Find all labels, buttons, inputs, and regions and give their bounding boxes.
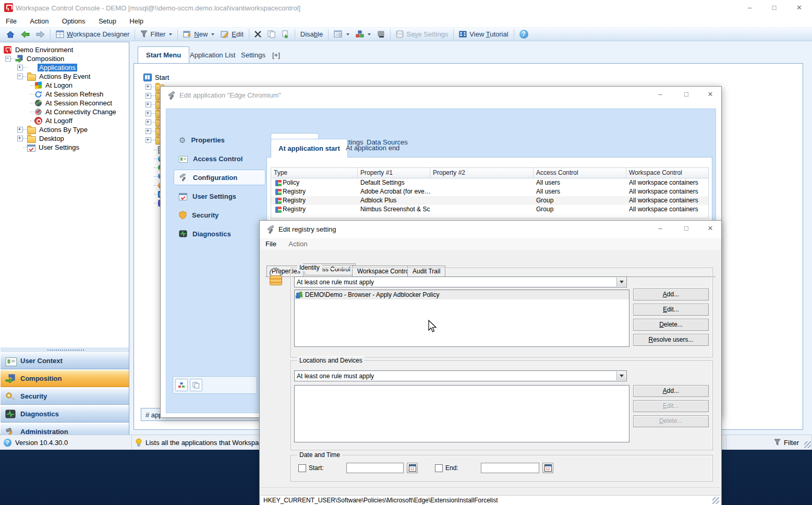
tree-item-start-root[interactable]: Start bbox=[143, 73, 171, 82]
expand-expander-icon[interactable] bbox=[17, 127, 23, 133]
nav-button-user-context[interactable]: User Context bbox=[1, 352, 129, 369]
tree-item-desktop[interactable]: Desktop bbox=[17, 134, 66, 143]
tree-item-at-connectivity-change[interactable]: At Connectivity Change bbox=[30, 107, 118, 116]
expand-expander-icon[interactable] bbox=[17, 136, 23, 141]
nav-button-composition[interactable]: Composition bbox=[1, 370, 129, 387]
tab-add-new[interactable]: [+] bbox=[264, 47, 288, 63]
collapse-expander-icon[interactable] bbox=[17, 74, 23, 79]
expand-expander-icon[interactable] bbox=[17, 65, 23, 70]
actions-table[interactable]: Type Property #1 Property #2 Access Cont… bbox=[271, 167, 709, 219]
workspace-designer-button[interactable]: Workspace Designer bbox=[53, 29, 132, 39]
end-date-field[interactable] bbox=[481, 463, 539, 473]
app-sidebar-diagnostics[interactable]: Diagnostics bbox=[174, 226, 265, 242]
minimize-button[interactable]: – bbox=[738, 0, 761, 15]
tree-item-demo-environment[interactable]: Demo Environment bbox=[3, 45, 75, 54]
tree-item-composition[interactable]: Composition bbox=[5, 54, 66, 63]
chevron-down-icon[interactable] bbox=[616, 371, 626, 380]
menu-item-options[interactable]: Options bbox=[56, 16, 91, 27]
end-date-picker-button[interactable] bbox=[542, 463, 553, 473]
maximize-button[interactable]: □ bbox=[677, 87, 696, 102]
menu-item-action[interactable]: Action bbox=[24, 16, 54, 27]
table-row[interactable]: Registry Nimbus Screenshot & Sc… Group A… bbox=[271, 205, 708, 214]
identity-delete-button[interactable]: Delete... bbox=[633, 319, 709, 331]
maximize-button[interactable]: □ bbox=[677, 221, 696, 236]
save-settings-button[interactable]: Save Settings bbox=[393, 29, 451, 39]
tree-item-at-logon[interactable]: At Logon bbox=[30, 81, 74, 90]
identity-edit-button[interactable]: Edit... bbox=[633, 304, 709, 316]
tree-item-at-logoff[interactable]: At Logoff bbox=[30, 116, 74, 125]
app-sidebar-user-settings[interactable]: User Settings bbox=[174, 188, 265, 204]
filter-button[interactable]: Filter bbox=[137, 29, 175, 39]
locations-edit-button[interactable]: Edit... bbox=[633, 400, 709, 412]
identity-add-button[interactable]: Add... bbox=[633, 288, 709, 300]
subtab-at-application-start[interactable]: At application start bbox=[271, 139, 348, 158]
app-sidebar-access-control[interactable]: Access Control bbox=[174, 151, 265, 166]
start-date-field[interactable] bbox=[346, 463, 404, 473]
close-button[interactable]: ✕ bbox=[701, 87, 720, 102]
new-button[interactable]: New bbox=[180, 29, 217, 39]
resize-grip[interactable] bbox=[804, 441, 811, 448]
tree-item-actions-by-event[interactable]: Actions By Event bbox=[17, 72, 92, 81]
menu-item-action[interactable]: Action bbox=[283, 238, 312, 249]
identity-list-item[interactable]: DEMO\Demo - Browser - Apply Adblocker Po… bbox=[295, 290, 629, 299]
collapse-expander-icon[interactable] bbox=[5, 56, 11, 62]
minimize-button[interactable]: – bbox=[651, 221, 670, 236]
home-button[interactable] bbox=[3, 29, 18, 40]
nav-button-diagnostics[interactable]: Diagnostics bbox=[1, 405, 129, 423]
edit-registry-titlebar[interactable]: Edit registry setting – □ ✕ bbox=[260, 221, 721, 238]
preview-button[interactable] bbox=[331, 29, 353, 39]
menu-item-setup[interactable]: Setup bbox=[93, 16, 122, 27]
menu-item-file[interactable]: File bbox=[0, 16, 22, 27]
forward-arrow-icon bbox=[36, 30, 45, 39]
paste-button[interactable] bbox=[278, 29, 293, 39]
copy-button[interactable] bbox=[264, 29, 278, 39]
end-date-checkbox[interactable] bbox=[435, 464, 443, 472]
building-blocks-button[interactable] bbox=[175, 379, 188, 391]
locations-rule-combobox[interactable]: At least one rule must apply bbox=[294, 370, 627, 381]
app-sidebar-configuration[interactable]: Configuration bbox=[174, 170, 265, 185]
table-row[interactable]: Policy Default Settings All users All wo… bbox=[271, 178, 708, 187]
help-button[interactable] bbox=[516, 29, 531, 40]
app-sidebar-properties[interactable]: Properties bbox=[174, 132, 265, 148]
disable-button[interactable]: Disable bbox=[297, 29, 326, 39]
locations-delete-button[interactable]: Delete... bbox=[633, 415, 709, 427]
tree-item-at-session-reconnect[interactable]: At Session Reconnect bbox=[30, 99, 114, 107]
close-button[interactable]: ✕ bbox=[701, 221, 720, 236]
back-button[interactable] bbox=[18, 29, 33, 40]
table-header[interactable]: Type Property #1 Property #2 Access Cont… bbox=[271, 168, 708, 178]
locations-add-button[interactable]: Add... bbox=[633, 385, 709, 397]
table-row[interactable]: Registry Adobe Acrobat (for eve… All use… bbox=[271, 187, 708, 196]
status-filter-label[interactable]: Filter bbox=[784, 439, 799, 447]
tree-item-at-session-refresh[interactable]: At Session Refresh bbox=[30, 90, 105, 99]
tree-item-user-settings[interactable]: User Settings bbox=[23, 143, 81, 152]
app-sidebar-security[interactable]: Security bbox=[174, 207, 265, 223]
subtab-at-application-end[interactable]: At application end bbox=[338, 139, 407, 157]
menu-item-help[interactable]: Help bbox=[124, 16, 149, 27]
nav-button-security[interactable]: Security bbox=[1, 388, 129, 405]
tree-item-applications[interactable]: Applications bbox=[17, 63, 77, 72]
panel-splitter[interactable] bbox=[1, 347, 129, 352]
forward-button[interactable] bbox=[33, 29, 48, 40]
database-button[interactable] bbox=[374, 29, 388, 39]
edit-button[interactable]: Edit bbox=[217, 29, 246, 39]
resize-grip[interactable] bbox=[712, 497, 719, 504]
menu-item-file[interactable]: File bbox=[260, 238, 282, 249]
view-tutorial-button[interactable]: View Tutorial bbox=[456, 29, 511, 39]
identity-rule-combobox[interactable]: At least one rule must apply bbox=[294, 276, 627, 287]
copy-view-button[interactable] bbox=[190, 379, 202, 391]
identity-listbox[interactable]: DEMO\Demo - Browser - Apply Adblocker Po… bbox=[294, 290, 629, 347]
minimize-button[interactable]: – bbox=[651, 87, 670, 102]
building-blocks-button[interactable] bbox=[353, 29, 374, 39]
tree-item-actions-by-type[interactable]: Actions By Type bbox=[17, 125, 89, 134]
table-row[interactable]: Registry Adblock Plus Group All workspac… bbox=[271, 196, 708, 205]
close-button[interactable]: ✕ bbox=[787, 0, 811, 15]
resolve-users-button[interactable]: Resolve users... bbox=[633, 334, 709, 346]
start-date-checkbox[interactable] bbox=[298, 464, 306, 472]
main-titlebar[interactable]: Workspace Control Console - DEMO [mssql@… bbox=[0, 0, 812, 16]
chevron-down-icon[interactable] bbox=[616, 278, 626, 286]
start-date-picker-button[interactable] bbox=[407, 463, 418, 473]
edit-application-titlebar[interactable]: Edit application "Edge Chromium" – □ ✕ bbox=[161, 87, 721, 104]
delete-button[interactable] bbox=[251, 30, 264, 39]
locations-listbox[interactable] bbox=[294, 385, 629, 442]
maximize-button[interactable]: □ bbox=[762, 0, 786, 15]
